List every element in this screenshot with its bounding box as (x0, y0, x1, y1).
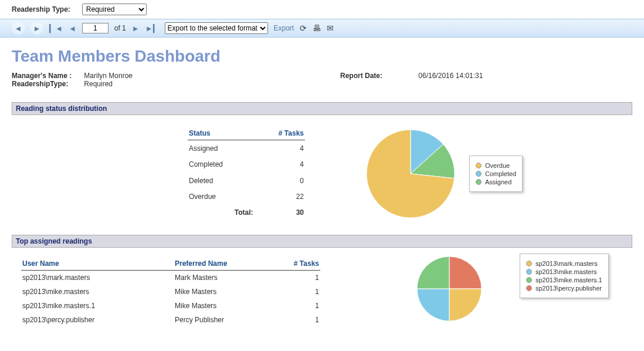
swatch-icon (526, 261, 532, 266)
section-header-status: Reading status distribution (12, 102, 632, 115)
top-readings-table: User Name Preferred Name # Tasks sp2013\… (21, 257, 320, 327)
status-pie-chart-overlay (364, 127, 457, 221)
status-table: Status # Tasks Assigned4 Completed4 Dele… (188, 127, 305, 221)
table-row: Completed4 (188, 156, 305, 172)
readershiptype-value: Required (84, 80, 113, 88)
report-body: Team Members Dashboard Manager's Name : … (0, 38, 644, 345)
table-row: sp2013\percy.publisherPercy Publisher1 (21, 313, 320, 327)
report-toolbar: ◄ ► ▎◄ ◄ of 1 ► ►▎ Export to the selecte… (0, 19, 644, 38)
meta-row: Manager's Name : Marilyn Monroe Readersh… (12, 72, 632, 88)
col-user: User Name (21, 257, 174, 271)
readership-type-label: Readership Type: (12, 5, 70, 14)
top-readings-legend: sp2013\mark.masters sp2013\mike.masters … (520, 254, 609, 298)
top-readings-pie-chart (414, 254, 484, 324)
page-number-input[interactable] (82, 23, 109, 33)
col-pref: Preferred Name (174, 257, 279, 271)
page-total-label: of 1 (114, 24, 126, 32)
manager-value: Marilyn Monroe (84, 72, 133, 80)
next-page-icon[interactable]: ► (132, 22, 140, 35)
table-row: Overdue22 (188, 188, 305, 204)
table-row: Assigned4 (188, 140, 305, 157)
table-row: sp2013\mike.masters.1Mike Masters1 (21, 299, 320, 313)
nav-back-icon[interactable]: ◄ (12, 22, 25, 35)
col-status: Status (188, 127, 255, 140)
readership-type-select[interactable]: Required (82, 4, 147, 15)
swatch-icon (526, 269, 532, 275)
table-total-row: Total:30 (188, 205, 305, 221)
nav-forward-icon[interactable]: ► (30, 22, 43, 35)
table-row: sp2013\mike.mastersMike Masters1 (21, 285, 320, 299)
report-date-label: Report Date: (340, 72, 411, 80)
swatch-icon (476, 171, 482, 177)
swatch-icon (526, 277, 532, 283)
col-tasks: # Tasks (255, 127, 305, 140)
swatch-icon (476, 179, 482, 185)
table-row: sp2013\mark.mastersMark Masters1 (21, 271, 320, 285)
col-tasks2: # Tasks (279, 257, 320, 271)
readershiptype-label: ReadershipType: (12, 80, 82, 88)
swatch-icon (476, 163, 482, 168)
filter-bar: Readership Type: Required (0, 0, 644, 19)
refresh-icon[interactable]: ⟳ (300, 23, 307, 33)
page-title: Team Members Dashboard (12, 47, 632, 66)
prev-page-icon[interactable]: ◄ (69, 22, 76, 35)
export-format-select[interactable]: Export to the selected format (165, 22, 268, 34)
manager-label: Manager's Name : (12, 72, 82, 80)
last-page-icon[interactable]: ►▎ (145, 22, 159, 35)
print-icon[interactable]: 🖶 (313, 23, 321, 33)
first-page-icon[interactable]: ▎◄ (49, 22, 63, 35)
swatch-icon (526, 285, 532, 291)
export-link[interactable]: Export (274, 24, 294, 32)
status-legend: Overdue Completed Assigned (469, 156, 523, 192)
email-icon[interactable]: ✉ (327, 23, 334, 33)
section-header-top: Top assigned readings (12, 235, 632, 248)
table-row: Deleted0 (188, 173, 305, 188)
report-date-value: 06/16/2016 14:01:31 (418, 72, 483, 80)
